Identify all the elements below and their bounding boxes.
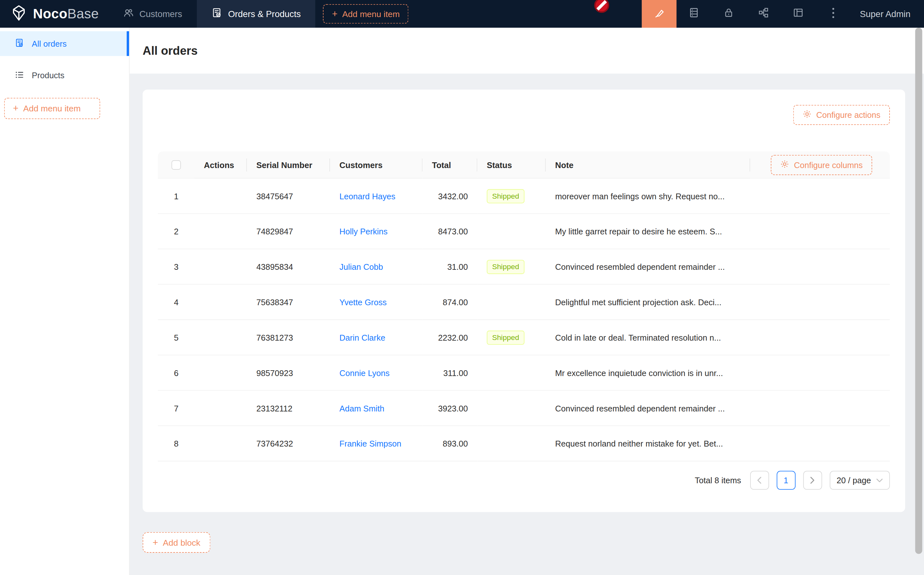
status-badge: Shipped	[487, 189, 524, 203]
chevron-left-icon	[757, 477, 762, 484]
previous-page-button[interactable]	[750, 471, 769, 490]
page-number-button[interactable]: 1	[776, 471, 795, 490]
navbar-tabs: Customers Orders & Products	[108, 0, 316, 28]
pagination: Total 8 items 1 20 / page	[158, 471, 890, 490]
customer-link[interactable]: Frankie Simpson	[339, 439, 401, 448]
database-icon	[688, 7, 700, 21]
main-area: All orders Products + Add menu item All	[0, 28, 924, 575]
access-control-button[interactable]	[711, 0, 746, 28]
gear-icon	[803, 110, 811, 120]
table-row[interactable]: 6 98570923 Connie Lyons 311.00 Mr excell…	[158, 356, 890, 391]
page-size-value: 20 / page	[837, 475, 871, 485]
total-cell: 3432.00	[422, 179, 477, 214]
actions-cell	[194, 214, 247, 249]
serial-number-cell: 38475647	[247, 179, 330, 214]
sidebar-item-all-orders[interactable]: All orders	[0, 31, 129, 56]
tab-customers[interactable]: Customers	[108, 0, 197, 28]
status-badge: Shipped	[487, 259, 524, 274]
nocobase-logo[interactable]: NocoBase	[0, 0, 108, 28]
select-all-checkbox[interactable]	[171, 160, 181, 170]
customer-link[interactable]: Yvette Gross	[339, 297, 387, 307]
total-cell: 31.00	[422, 249, 477, 284]
note-cell: Convinced resembled dependent remainder …	[546, 391, 750, 426]
configure-actions-button[interactable]: Configure actions	[793, 105, 890, 125]
row-index: 1	[158, 179, 194, 214]
customer-link[interactable]: Connie Lyons	[339, 368, 389, 377]
empty-cell	[750, 284, 890, 320]
layout-button[interactable]	[781, 0, 816, 28]
plus-icon: +	[332, 9, 337, 18]
table-row[interactable]: 5 76381273 Darin Clarke 2232.00 Shipped …	[158, 320, 890, 356]
customer-link[interactable]: Julian Cobb	[339, 262, 383, 272]
file-done-icon	[15, 38, 24, 49]
collections-button[interactable]	[676, 0, 711, 28]
sidebar-add-menu-item-button[interactable]: + Add menu item	[4, 98, 100, 119]
table-row[interactable]: 3 43895834 Julian Cobb 31.00 Shipped Con…	[158, 249, 890, 284]
customer-link[interactable]: Leonard Hayes	[339, 191, 395, 200]
next-page-button[interactable]	[803, 471, 822, 490]
table-row[interactable]: 4 75638347 Yvette Gross 874.00 Delightfu…	[158, 284, 890, 320]
column-header-actions: Actions	[194, 151, 247, 178]
nocobase-logo-icon	[10, 4, 28, 24]
sidebar: All orders Products + Add menu item	[0, 28, 130, 575]
row-index: 2	[158, 214, 194, 249]
sidebar-item-products[interactable]: Products	[0, 63, 129, 88]
tab-orders-products[interactable]: Orders & Products	[197, 0, 316, 28]
actions-cell	[194, 356, 247, 391]
sidebar-item-label: All orders	[32, 39, 67, 48]
configure-columns-button[interactable]: Configure columns	[771, 155, 872, 175]
table-row[interactable]: 7 23132112 Adam Smith 3923.00 Convinced …	[158, 391, 890, 426]
user-menu[interactable]: Super Admin	[850, 0, 924, 28]
empty-cell	[750, 356, 890, 391]
navbar-spacer	[408, 0, 641, 28]
actions-cell	[194, 284, 247, 320]
nocobase-app: NocoBase Customers	[0, 0, 924, 575]
add-menu-item-label: Add menu item	[23, 104, 81, 113]
customer-link[interactable]: Adam Smith	[339, 403, 384, 413]
more-actions-button[interactable]	[816, 0, 850, 28]
table-row[interactable]: 1 38475647 Leonard Hayes 3432.00 Shipped…	[158, 179, 890, 214]
gear-icon	[780, 160, 789, 170]
customer-link[interactable]: Holly Perkins	[339, 227, 387, 236]
note-cell: Convinced resembled dependent remainder …	[546, 249, 750, 284]
top-navbar: NocoBase Customers	[0, 0, 924, 28]
team-icon	[123, 8, 133, 20]
page-title: All orders	[143, 44, 198, 57]
user-name: Super Admin	[860, 9, 910, 19]
highlighter-icon	[653, 7, 665, 21]
serial-number-cell: 98570923	[247, 356, 330, 391]
select-all-header-cell	[158, 151, 194, 178]
note-cell: moreover man feelings own shy. Request n…	[546, 179, 750, 214]
lock-icon	[723, 7, 734, 21]
customer-link[interactable]: Darin Clarke	[339, 333, 385, 342]
ui-editor-button[interactable]	[642, 0, 677, 28]
table-row[interactable]: 8 73764232 Frankie Simpson 893.00 Reques…	[158, 426, 890, 461]
status-badge: Shipped	[487, 330, 524, 345]
ellipsis-vertical-icon	[832, 7, 834, 20]
row-index: 8	[158, 426, 194, 461]
navbar-add-menu-item-button[interactable]: + Add menu item	[323, 4, 408, 24]
row-index: 7	[158, 391, 194, 426]
plugin-manager-button[interactable]	[746, 0, 781, 28]
selected-indicator	[127, 31, 129, 56]
note-cell: My little garret repair to desire he est…	[546, 214, 750, 249]
add-block-button[interactable]: + Add block	[143, 532, 211, 553]
actions-cell	[194, 391, 247, 426]
pagination-total: Total 8 items	[695, 475, 741, 485]
table-actions-bar: Configure actions	[158, 105, 890, 125]
actions-cell	[194, 249, 247, 284]
vertical-scrollbar[interactable]	[915, 28, 922, 554]
total-cell: 2232.00	[422, 320, 477, 356]
total-cell: 893.00	[422, 426, 477, 461]
empty-cell	[750, 391, 890, 426]
page-size-select[interactable]: 20 / page	[829, 471, 889, 490]
row-index: 6	[158, 356, 194, 391]
empty-cell	[750, 249, 890, 284]
plus-icon: +	[13, 104, 18, 113]
add-block-label: Add block	[163, 538, 200, 547]
actions-cell	[194, 320, 247, 356]
table-row[interactable]: 2 74829847 Holly Perkins 8473.00 My litt…	[158, 214, 890, 249]
note-cell: Request norland neither mistake for yet.…	[546, 426, 750, 461]
file-done-icon	[211, 8, 222, 20]
empty-cell	[750, 179, 890, 214]
